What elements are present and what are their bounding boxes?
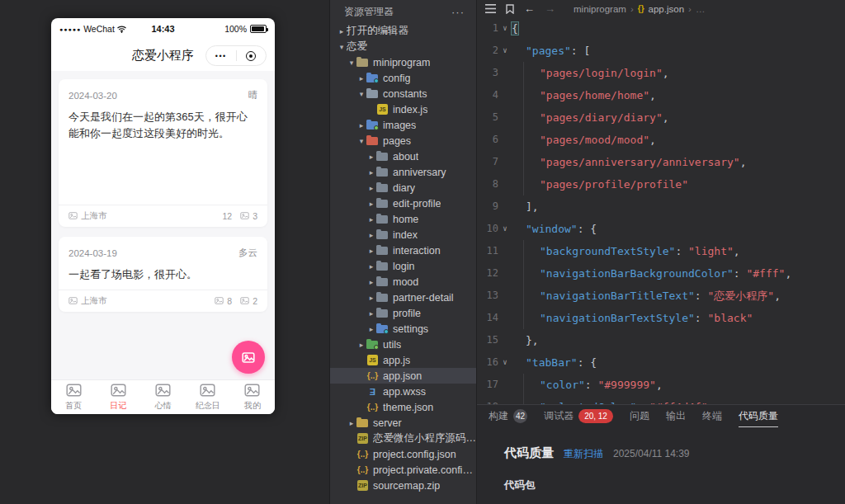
back-arrow-icon[interactable]: ← <box>524 2 535 15</box>
code-line[interactable]: 15}, <box>477 329 845 351</box>
code-line[interactable]: 12"navigationBarBackgroundColor": "#fff"… <box>477 262 845 285</box>
tree-item-pages[interactable]: ▾pages <box>330 133 476 148</box>
panel-tab-输出[interactable]: 输出 <box>666 405 686 427</box>
code-area[interactable]: 1∨{2∨"pages": [3"pages/login/login",4"pa… <box>477 17 845 404</box>
chevron-right-icon[interactable]: ▸ <box>366 247 376 255</box>
panel-tab-调试器[interactable]: 调试器20, 12 <box>544 405 613 427</box>
code-line[interactable]: 17"color": "#999999", <box>477 374 845 396</box>
chevron-right-icon[interactable]: ▸ <box>366 200 376 208</box>
tree-item-settings[interactable]: ▸settings <box>330 321 476 337</box>
chevron-right-icon[interactable]: ▸ <box>337 27 347 35</box>
tree-item-miniprogram[interactable]: ▾miniprogram <box>330 54 476 70</box>
chevron-down-icon[interactable]: ▾ <box>356 137 366 145</box>
tree-item-diary[interactable]: ▸diary <box>330 180 476 195</box>
add-diary-fab[interactable] <box>232 341 265 374</box>
chevron-right-icon[interactable]: ▸ <box>366 325 376 333</box>
chevron-right-icon[interactable]: ▸ <box>366 294 376 302</box>
tree-item-index.js[interactable]: JSindex.js <box>330 101 476 117</box>
chevron-right-icon[interactable]: ▸ <box>356 341 366 349</box>
tab-item-我的[interactable]: 我的 <box>230 380 275 414</box>
chevron-right-icon[interactable]: ▸ <box>366 215 376 224</box>
code-line[interactable]: 5"pages/diary/diary", <box>477 106 845 129</box>
tree-item-utils[interactable]: ▸utils <box>330 337 476 352</box>
comment-count[interactable]: 3 <box>240 211 257 221</box>
tree-item-home[interactable]: ▸home <box>330 211 476 227</box>
breadcrumb-more[interactable]: … <box>696 4 706 14</box>
tree-item-app.json[interactable]: {..}app.json <box>330 368 476 384</box>
tree-item-恋爱[interactable]: ▾恋爱 <box>330 39 476 54</box>
tree-item-sourcemap.zip[interactable]: ZIPsourcemap.zip <box>330 478 476 493</box>
like-count[interactable]: 12 <box>222 211 232 221</box>
code-line[interactable]: 16∨"tabBar": { <box>477 351 845 374</box>
tree-item-constants[interactable]: ▾constants <box>330 86 476 101</box>
code-line[interactable]: 1∨{ <box>477 17 845 40</box>
breadcrumb-file[interactable]: app.json <box>649 4 684 14</box>
panel-tab-问题[interactable]: 问题 <box>630 405 649 427</box>
tree-item-login[interactable]: ▸login <box>330 258 476 274</box>
chevron-down-icon[interactable]: ▾ <box>356 90 366 98</box>
forward-arrow-icon[interactable]: → <box>545 2 555 15</box>
tab-item-纪念日[interactable]: 纪念日 <box>186 380 230 414</box>
tree-item-theme.json[interactable]: {..}theme.json <box>330 399 476 415</box>
tree-item-images[interactable]: ▸images <box>330 117 476 133</box>
code-editor[interactable]: ← → miniprogram › {} app.json › … 1∨{2∨"… <box>477 0 845 404</box>
tree-item-server[interactable]: ▸server <box>330 415 476 431</box>
panel-tab-构建[interactable]: 构建42 <box>489 405 527 427</box>
code-line[interactable]: 13"navigationBarTitleText": "恋爱小程序", <box>477 285 845 307</box>
chevron-right-icon[interactable]: ▸ <box>366 231 376 239</box>
code-line[interactable]: 9], <box>477 195 845 218</box>
tree-item-partner-detail[interactable]: ▸partner-detail <box>330 290 476 305</box>
panel-tab-终端[interactable]: 终端 <box>702 405 722 427</box>
code-line[interactable]: 4"pages/home/home", <box>477 84 845 106</box>
code-line[interactable]: 14"navigationBarTextStyle": "black" <box>477 307 845 329</box>
tab-item-心情[interactable]: 心情 <box>140 380 185 414</box>
explorer-more-button[interactable]: ··· <box>451 6 465 18</box>
diary-card[interactable]: 2024-03-19多云一起看了场电影，很开心。上海市82 <box>59 237 267 312</box>
code-line[interactable]: 2∨"pages": [ <box>477 40 845 62</box>
chevron-right-icon[interactable]: ▸ <box>356 74 366 82</box>
tree-item-anniversary[interactable]: ▸anniversary <box>330 164 476 180</box>
tree-item-interaction[interactable]: ▸interaction <box>330 243 476 258</box>
fold-chevron[interactable]: ∨ <box>498 17 512 40</box>
chevron-right-icon[interactable]: ▸ <box>366 168 376 177</box>
chevron-right-icon[interactable]: ▸ <box>356 121 366 130</box>
capsule-menu-button[interactable]: ••• <box>206 52 236 60</box>
panel-tab-代码质量[interactable]: 代码质量 <box>739 405 778 427</box>
diary-card[interactable]: 2024-03-20晴今天是我们在一起的第365天，很开心能和你一起度过这段美好… <box>59 79 267 227</box>
tree-item-app.wxss[interactable]: Ǝapp.wxss <box>330 384 476 399</box>
bookmark-icon[interactable] <box>506 4 514 14</box>
tree-item-edit-profile[interactable]: ▸edit-profile <box>330 195 476 211</box>
code-line[interactable]: 6"pages/mood/mood", <box>477 129 845 151</box>
comment-count[interactable]: 2 <box>240 296 257 306</box>
fold-chevron[interactable]: ∨ <box>498 218 512 240</box>
fold-chevron[interactable]: ∨ <box>498 351 512 374</box>
tree-item-打开的编辑器[interactable]: ▸打开的编辑器 <box>330 23 476 39</box>
tree-item-project.config.json[interactable]: {..}project.config.json <box>330 446 476 462</box>
chevron-right-icon[interactable]: ▸ <box>366 278 376 286</box>
chevron-right-icon[interactable]: ▸ <box>366 262 376 271</box>
code-line[interactable]: 18"selectedColor": "#ff4d4f", <box>477 396 845 404</box>
tree-item-恋爱微信小程序源码.zip[interactable]: ZIP恋爱微信小程序源码.zip <box>330 431 476 446</box>
chevron-down-icon[interactable]: ▾ <box>347 59 356 67</box>
tree-item-config[interactable]: ▸config <box>330 70 476 86</box>
code-line[interactable]: 3"pages/login/login", <box>477 62 845 84</box>
chevron-right-icon[interactable]: ▸ <box>366 153 376 161</box>
tree-item-index[interactable]: ▸index <box>330 227 476 243</box>
tree-item-project.private.config.js…[interactable]: {..}project.private.config.js… <box>330 462 476 478</box>
code-line[interactable]: 11"backgroundTextStyle": "light", <box>477 240 845 262</box>
like-count[interactable]: 8 <box>215 296 232 306</box>
code-line[interactable]: 8"pages/profile/profile" <box>477 173 845 195</box>
tab-item-首页[interactable]: 首页 <box>51 380 96 414</box>
chevron-right-icon[interactable]: ▸ <box>347 419 356 427</box>
chevron-down-icon[interactable]: ▾ <box>337 43 347 51</box>
outline-list-icon[interactable] <box>485 4 496 13</box>
code-line[interactable]: 10∨"window": { <box>477 218 845 240</box>
tree-item-app.js[interactable]: JSapp.js <box>330 352 476 368</box>
rescan-link[interactable]: 重新扫描 <box>564 447 603 461</box>
breadcrumb-folder[interactable]: miniprogram <box>574 4 626 14</box>
tab-item-日记[interactable]: 日记 <box>96 380 140 414</box>
chevron-right-icon[interactable]: ▸ <box>366 184 376 192</box>
fold-chevron[interactable]: ∨ <box>498 40 512 62</box>
capsule-home-button[interactable] <box>237 51 267 61</box>
chevron-right-icon[interactable]: ▸ <box>366 309 376 318</box>
